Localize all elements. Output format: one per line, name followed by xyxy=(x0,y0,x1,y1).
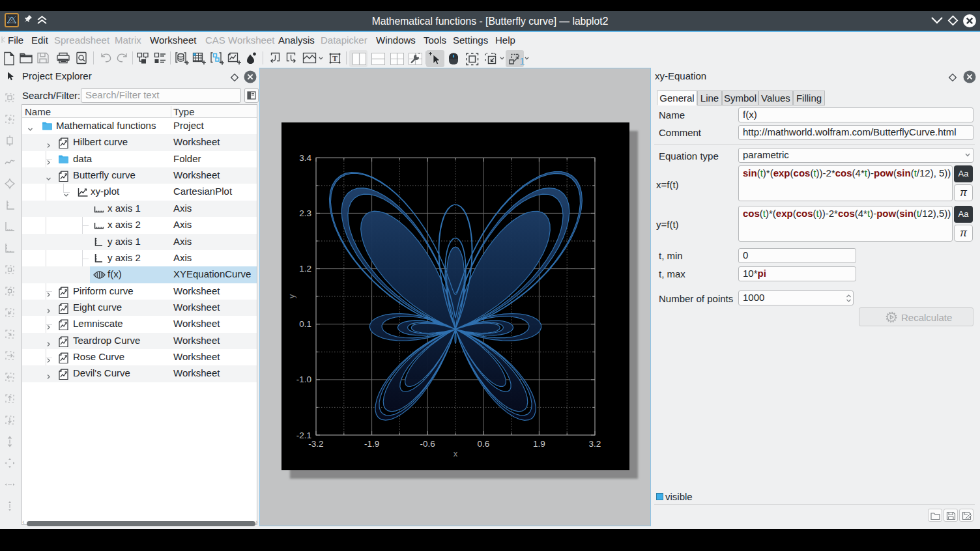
svg-text:0.1: 0.1 xyxy=(299,319,311,329)
svg-text:0.6: 0.6 xyxy=(477,439,489,449)
svg-text:-1.9: -1.9 xyxy=(364,439,379,449)
svg-text:T: T xyxy=(332,54,338,63)
svg-text:-1.0: -1.0 xyxy=(296,374,311,384)
svg-text:x: x xyxy=(454,449,458,459)
svg-text:2.3: 2.3 xyxy=(299,208,311,218)
svg-text:-3.2: -3.2 xyxy=(308,439,323,449)
svg-text:1: 1 xyxy=(520,56,525,66)
svg-text:1.2: 1.2 xyxy=(299,264,311,274)
svg-text:y: y xyxy=(287,294,296,298)
svg-text:3.2: 3.2 xyxy=(589,439,601,449)
svg-text:3.4: 3.4 xyxy=(299,153,311,163)
svg-text:-0.6: -0.6 xyxy=(420,439,435,449)
svg-text:1.9: 1.9 xyxy=(533,439,545,449)
